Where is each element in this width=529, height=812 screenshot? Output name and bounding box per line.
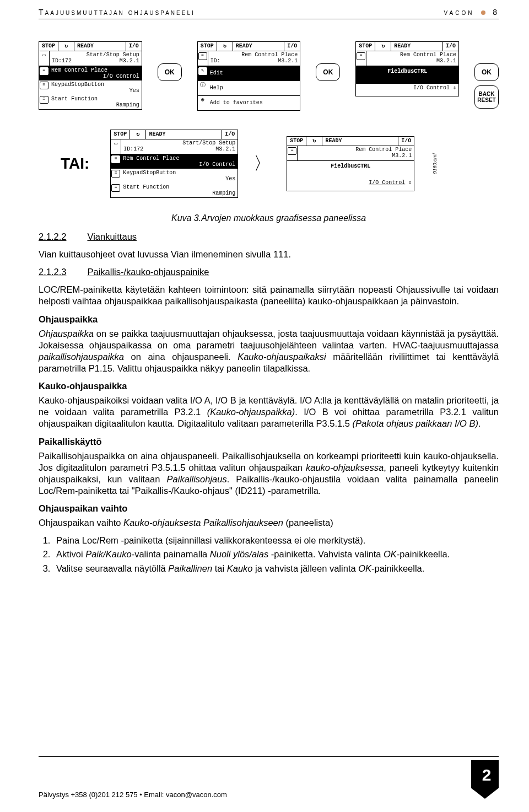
section-title: Viankuittaus	[87, 232, 137, 241]
list-icon: ≡	[287, 146, 298, 160]
p1-item2-line1: KeypadStopButton	[51, 82, 139, 88]
lcd-panel-4: STOP ↻ READY I/O ▭ Start/Stop Setup ID:1…	[110, 130, 238, 198]
status-stop: STOP	[111, 130, 130, 139]
status-io: I/O	[443, 42, 458, 51]
panel4-code: M3.2.1	[215, 146, 235, 152]
ok-button[interactable]: OK	[316, 63, 340, 81]
panel5-title: Rem Control Place	[300, 147, 412, 153]
page-number-top: 8	[493, 8, 499, 17]
header-title: Taajuusmuuttajan ohjauspaneeli	[39, 8, 195, 17]
ok-button[interactable]: OK	[158, 63, 182, 81]
p4-item3-line2: Ramping	[123, 190, 235, 196]
p3-selected: FieldbusCTRL	[387, 68, 427, 74]
brand-name: vacon	[444, 8, 474, 17]
list-icon: ≡	[40, 82, 48, 89]
section-num: 2.1.2.3	[39, 267, 66, 277]
updown-icon: ⇕	[453, 85, 456, 91]
p2-fav: Add to favorites	[210, 100, 298, 106]
subhead: Ohjauspaikka	[39, 314, 499, 325]
list-icon: ≡	[111, 155, 120, 163]
panel4-title: Start/Stop Setup	[123, 140, 235, 146]
para: Vian kuittausohjeet ovat luvussa Vian il…	[39, 249, 499, 260]
panel2-code: M3.2.1	[278, 58, 298, 64]
subhead: Kauko-ohjauspaikka	[39, 380, 499, 392]
p4-item3-line1: Start Function	[123, 184, 235, 190]
status-io: I/O	[284, 42, 300, 51]
back-label: BACK	[479, 91, 495, 97]
footer-text: Päivystys +358 (0)201 212 575 • Email: v…	[39, 791, 227, 799]
section-title: Paikallis-/kauko-ohjauspainike	[87, 267, 209, 277]
status-ready: READY	[74, 42, 126, 51]
tai-label: TAI:	[61, 155, 89, 173]
folder-icon: ▭	[111, 139, 121, 154]
body-text: 2.1.2.2Viankuittaus Vian kuittausohjeet …	[39, 231, 499, 574]
panel2-loc: ID:	[210, 58, 220, 64]
diagram-area: STOP ↻ READY I/O ▭ Start/Stop Setup ID:1…	[39, 41, 499, 198]
folder-icon: ▭	[39, 51, 50, 66]
lcd-panel-1: STOP ↻ READY I/O ▭ Start/Stop Setup ID:1…	[39, 41, 142, 110]
p1-item3-line2: Ramping	[51, 102, 139, 108]
p5-mid: FieldbusCTRL	[331, 163, 370, 169]
chapter-badge: 2	[471, 760, 499, 799]
step-item: Aktivoi Paik/Kauko-valinta painamalla Nu…	[53, 548, 499, 560]
status-ready: READY	[146, 130, 222, 139]
status-ready: READY	[322, 137, 398, 146]
status-stop: STOP	[39, 42, 58, 51]
para: LOC/REM-painiketta käytetään kahteen toi…	[39, 284, 499, 307]
panel1-title: Start/Stop Setup	[52, 52, 139, 58]
status-io: I/O	[126, 42, 142, 51]
panel1-code: M3.2.1	[120, 58, 139, 64]
status-stop: STOP	[287, 137, 306, 146]
refresh-icon: ↻	[58, 42, 74, 51]
list-icon: ≡	[40, 67, 48, 75]
reset-label: RESET	[477, 97, 495, 103]
p2-edit: Edit	[210, 70, 298, 76]
p5-bottom: I/O Control	[369, 180, 405, 186]
p3-bottom: I/O Control	[413, 85, 450, 91]
step-item: Paina Loc/Rem -painiketta (sijainnillasi…	[53, 535, 499, 546]
chevron-right-icon: 〉	[253, 152, 271, 176]
panel2-title: Rem Control Place	[210, 52, 298, 58]
status-ready: READY	[233, 42, 285, 51]
para: Ohjauspaikka on se paikka taajuusmuuttaj…	[39, 328, 499, 374]
status-stop: STOP	[198, 42, 217, 51]
subhead: Paikalliskäyttö	[39, 436, 499, 448]
page-header: Taajuusmuuttajan ohjauspaneeli vacon 8	[39, 0, 499, 19]
ok-button[interactable]: OK	[474, 63, 499, 81]
back-reset-button[interactable]: BACK RESET	[474, 85, 499, 109]
p1-item1-line2: I/O Control	[51, 73, 139, 79]
status-ready: READY	[391, 42, 443, 51]
status-io: I/O	[398, 137, 414, 146]
para: Ohjauspaikan vaihto Kauko-ohjauksesta Pa…	[39, 517, 499, 529]
list-icon: ≡	[198, 51, 208, 66]
figure-caption: Kuva 3.Arvojen muokkaus graafisessa pane…	[39, 213, 499, 223]
refresh-icon: ↻	[306, 137, 322, 146]
info-icon: ⓘ	[198, 81, 208, 95]
brand-dot-icon	[481, 10, 485, 15]
updown-icon: ⇕	[408, 180, 412, 186]
refresh-icon: ↻	[217, 42, 233, 51]
step-item: Valitse seuraavalla näytöllä Paikallinen…	[53, 563, 499, 574]
refresh-icon: ↻	[130, 130, 146, 139]
emf-label: 9160.emf	[432, 153, 438, 174]
subhead: Ohjauspaikan vaihto	[39, 503, 499, 514]
p4-item1-line2: I/O Control	[123, 162, 235, 168]
p1-item2-line2: Yes	[51, 88, 139, 94]
p4-item2-line1: KeypadStopButton	[123, 170, 235, 176]
status-stop: STOP	[356, 42, 375, 51]
para: Kauko-ohjauspaikoiksi voidaan valita I/O…	[39, 395, 499, 429]
panel3-code: M3.2.1	[436, 58, 456, 64]
page-footer: Päivystys +358 (0)201 212 575 • Email: v…	[39, 756, 499, 799]
edit-icon: ✎	[198, 67, 207, 75]
lcd-panel-3: STOP ↻ READY I/O ≡ Rem Control Place M3.…	[355, 41, 459, 96]
panel1-loc: ID:172	[52, 58, 72, 64]
header-right: vacon 8	[444, 8, 499, 17]
favorite-icon: ⊕	[198, 96, 208, 110]
panel5-code: M3.2.1	[392, 153, 412, 159]
section-num: 2.1.2.2	[39, 232, 66, 241]
lcd-panel-5: STOP ↻ READY I/O ≡ Rem Control Place M3.…	[287, 136, 414, 191]
p4-item1-line1: Rem Control Place	[123, 155, 235, 162]
steps-list: Paina Loc/Rem -painiketta (sijainnillasi…	[53, 535, 499, 574]
p1-item1-line1: Rem Control Place	[51, 67, 139, 73]
p1-item3-line1: Start Function	[51, 96, 139, 102]
